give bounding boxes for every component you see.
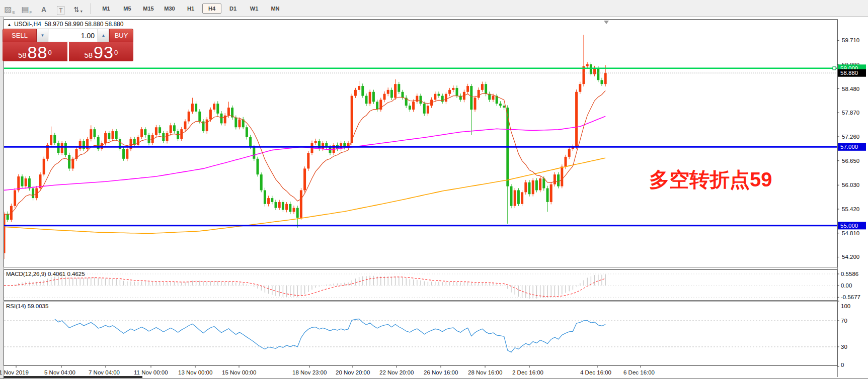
svg-text:18 Nov 23:00: 18 Nov 23:00 bbox=[292, 369, 327, 375]
ask-price-box[interactable]: 58930 bbox=[69, 42, 134, 61]
svg-text:54.810: 54.810 bbox=[842, 230, 859, 236]
svg-text:0: 0 bbox=[841, 362, 844, 368]
svg-text:2 Dec 16:00: 2 Dec 16:00 bbox=[512, 369, 543, 375]
svg-text:56.030: 56.030 bbox=[842, 182, 859, 188]
symbol-ohlc: 58.970 58.990 58.880 58.880 bbox=[45, 21, 124, 28]
rsi-pane[interactable] bbox=[4, 302, 838, 366]
svg-text:57.000: 57.000 bbox=[840, 144, 858, 150]
svg-text:26 Nov 16:00: 26 Nov 16:00 bbox=[424, 369, 458, 375]
line-handle[interactable] bbox=[833, 67, 836, 70]
svg-text:57.260: 57.260 bbox=[842, 134, 859, 140]
svg-text:13 Nov 00:00: 13 Nov 00:00 bbox=[178, 369, 212, 375]
svg-text:58.880: 58.880 bbox=[840, 70, 858, 76]
svg-text:55.420: 55.420 bbox=[842, 206, 859, 212]
svg-text:59.710: 59.710 bbox=[842, 37, 859, 43]
rsi-label: RSI(14) 59.0035 bbox=[6, 303, 48, 309]
svg-text:15 Nov 00:00: 15 Nov 00:00 bbox=[222, 369, 256, 375]
svg-text:4 Dec 16:00: 4 Dec 16:00 bbox=[580, 369, 611, 375]
collapse-arrow-icon[interactable]: ▲ bbox=[7, 22, 12, 27]
volume-decrease-button[interactable]: ▼ bbox=[37, 29, 48, 42]
svg-text:58.480: 58.480 bbox=[842, 86, 859, 92]
svg-text:30: 30 bbox=[841, 344, 847, 350]
bid-price-box[interactable]: 58880 bbox=[3, 42, 67, 61]
svg-text:5 Nov 04:00: 5 Nov 04:00 bbox=[44, 369, 75, 375]
svg-text:70: 70 bbox=[841, 318, 847, 324]
svg-text:11 Nov 00:00: 11 Nov 00:00 bbox=[134, 369, 168, 375]
svg-text:100: 100 bbox=[841, 303, 850, 309]
svg-text:56.650: 56.650 bbox=[842, 158, 859, 164]
svg-text:7 Nov 04:00: 7 Nov 04:00 bbox=[89, 369, 120, 375]
macd-label: MACD(12,26,9) 0.4061 0.4625 bbox=[6, 271, 85, 277]
svg-text:22 Nov 20:00: 22 Nov 20:00 bbox=[379, 369, 414, 375]
svg-text:0.5586: 0.5586 bbox=[841, 271, 858, 277]
svg-text:-0.5677: -0.5677 bbox=[841, 294, 860, 300]
window-bottom-border bbox=[0, 378, 868, 378]
symbol-name: USOil-,H4 bbox=[14, 21, 41, 28]
volume-increase-button[interactable]: ▲ bbox=[98, 29, 109, 42]
chart-annotation-text: 多空转折点59 bbox=[649, 166, 772, 194]
svg-text:1 Nov 2019: 1 Nov 2019 bbox=[0, 369, 29, 375]
svg-text:6 Dec 16:00: 6 Dec 16:00 bbox=[623, 369, 655, 375]
svg-text:55.000: 55.000 bbox=[840, 223, 858, 229]
svg-text:20 Nov 20:00: 20 Nov 20:00 bbox=[336, 369, 370, 375]
volume-input[interactable] bbox=[48, 29, 98, 42]
time-axis: 1 Nov 20195 Nov 04:007 Nov 04:0011 Nov 0… bbox=[0, 366, 837, 375]
svg-text:0.00: 0.00 bbox=[841, 282, 852, 289]
svg-text:28 Nov 16:00: 28 Nov 16:00 bbox=[468, 369, 502, 375]
symbol-info: ▲USOil-,H4 58.970 58.990 58.880 58.880 bbox=[7, 21, 123, 28]
price-axis: 59.71059.09058.48057.87057.26056.65056.0… bbox=[837, 37, 866, 367]
one-click-trade-panel: SELL ▼ ▲ BUY 58880 58930 bbox=[3, 29, 133, 61]
buy-button[interactable]: BUY bbox=[109, 29, 133, 42]
sell-button[interactable]: SELL bbox=[3, 29, 37, 42]
svg-text:54.200: 54.200 bbox=[842, 254, 859, 260]
svg-text:57.870: 57.870 bbox=[842, 110, 859, 116]
trading-platform-window: ▨E ▤F A T ⇅▾ M1M5M15M30H1H4D1W1MN 59.710… bbox=[0, 0, 868, 379]
